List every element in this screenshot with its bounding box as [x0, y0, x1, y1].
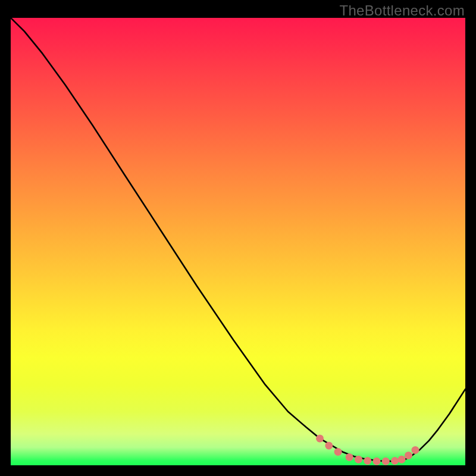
marker-point — [391, 457, 399, 465]
watermark-text: TheBottleneck.com — [339, 2, 465, 19]
marker-point — [364, 457, 371, 465]
chart-svg — [11, 18, 465, 465]
gradient-plot-area — [11, 18, 465, 465]
marker-point — [316, 434, 324, 442]
marker-point — [382, 458, 390, 465]
marker-point — [373, 458, 381, 465]
marker-point — [355, 456, 362, 464]
marker-point — [411, 446, 419, 454]
marker-point — [334, 448, 342, 456]
marker-point — [405, 452, 412, 459]
marker-point — [325, 441, 333, 449]
marker-point — [398, 456, 406, 464]
performance-curve — [11, 18, 465, 461]
marker-group — [316, 434, 419, 465]
marker-point — [346, 453, 353, 461]
